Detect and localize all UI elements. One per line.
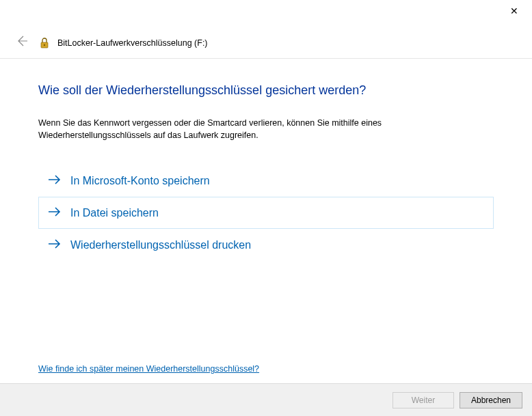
bitlocker-icon [38, 37, 51, 49]
arrow-right-icon [47, 174, 62, 188]
titlebar: ✕ [0, 0, 532, 22]
header: BitLocker-Laufwerkverschlüsselung (F:) [0, 22, 532, 51]
close-icon[interactable]: ✕ [506, 4, 522, 18]
option-label: Wiederherstellungsschlüssel drucken [70, 239, 251, 251]
cancel-button[interactable]: Abbrechen [460, 392, 522, 408]
svg-point-1 [44, 44, 45, 45]
content: Wie soll der Wiederherstellungsschlüssel… [0, 59, 532, 261]
next-button: Weiter [393, 392, 454, 408]
option-save-microsoft-account[interactable]: In Microsoft-Konto speichern [38, 165, 494, 197]
arrow-right-icon [47, 206, 62, 220]
arrow-right-icon [47, 238, 62, 252]
options-list: In Microsoft-Konto speichern In Datei sp… [38, 165, 494, 261]
option-print-key[interactable]: Wiederherstellungsschlüssel drucken [38, 229, 494, 261]
option-label: In Datei speichern [70, 207, 159, 219]
footer: Weiter Abbrechen [0, 383, 532, 416]
option-label: In Microsoft-Konto speichern [70, 175, 210, 187]
page-title: BitLocker-Laufwerkverschlüsselung (F:) [57, 38, 208, 48]
description: Wenn Sie das Kennwort vergessen oder die… [38, 117, 494, 141]
help-link[interactable]: Wie finde ich später meinen Wiederherste… [38, 364, 259, 374]
back-arrow-icon[interactable] [15, 34, 31, 51]
heading: Wie soll der Wiederherstellungsschlüssel… [38, 83, 494, 98]
option-save-to-file[interactable]: In Datei speichern [38, 197, 494, 229]
